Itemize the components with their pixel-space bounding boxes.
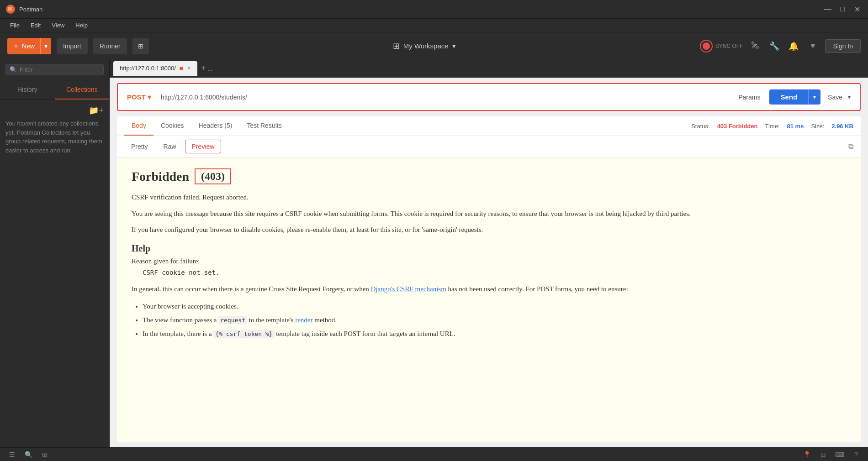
workspace-selector[interactable]: ⊞ My Workspace ▾ [154, 41, 694, 51]
minimize-button[interactable]: — [822, 4, 833, 15]
method-value: POST [127, 93, 146, 101]
new-button-group[interactable]: ＋ New ▾ [7, 38, 51, 54]
columns-icon-button[interactable]: ⊟ [817, 448, 830, 461]
sync-indicator [700, 40, 713, 52]
render-link[interactable]: render [295, 316, 312, 324]
tab-modified-indicator [180, 67, 183, 70]
response-tab-cookies[interactable]: Cookies [153, 116, 191, 136]
bullet-3: In the template, there is a {% csrf_toke… [143, 327, 846, 341]
toolbar-right: SYNC OFF 🛰 🔧 🔔 ♥ Sign In [700, 39, 861, 53]
sync-area: SYNC OFF [700, 40, 743, 52]
wrench-icon-button[interactable]: 🔧 [767, 39, 781, 53]
send-button[interactable]: Send [769, 89, 808, 105]
bullet-2-end: to the template's [247, 316, 295, 324]
chevron-down-icon: ▾ [44, 42, 48, 50]
view-tab-preview[interactable]: Preview [185, 140, 222, 153]
status-value: 403 Forbidden [717, 123, 758, 130]
help-status-button[interactable]: ? [850, 448, 863, 461]
tab-url-text: http://127.0.0.1:8000/ [120, 65, 176, 72]
general-text-area: In general, this can occur when there is… [132, 283, 846, 295]
sidebar-toggle-icon: ☰ [9, 451, 15, 458]
menu-file[interactable]: File [5, 21, 24, 30]
filter-input[interactable] [20, 66, 100, 73]
maximize-button[interactable]: □ [837, 4, 848, 15]
save-dropdown-button[interactable]: ▾ [846, 92, 852, 102]
import-button[interactable]: Import [57, 38, 88, 54]
close-button[interactable]: ✕ [852, 4, 863, 15]
url-input[interactable] [161, 94, 729, 101]
tab-collections[interactable]: Collections [55, 80, 110, 100]
tabs-row: http://127.0.0.1:8000/ ✕ + ... [110, 59, 868, 78]
django-csrf-link[interactable]: Django's CSRF mechanism [371, 285, 446, 293]
status-bar-right: 📍 ⊟ ⌨ ? [800, 448, 863, 461]
layout-icon: ⊞ [42, 451, 48, 458]
response-area: Body Cookies Headers (5) Test Results St… [117, 116, 861, 442]
bullet-3-text: In the template, there is a [143, 330, 213, 337]
copy-icon: ⧉ [848, 142, 853, 150]
response-body: Forbidden (403) CSRF verification failed… [117, 157, 861, 442]
response-tab-body[interactable]: Body [124, 116, 153, 136]
location-icon-button[interactable]: 📍 [800, 448, 813, 461]
status-label: Status: [691, 123, 709, 130]
view-tabs-row: Pretty Raw Preview ⧉ [117, 136, 861, 157]
bullet-3-end: template tag inside each POST form that … [275, 330, 455, 337]
new-collection-area: 📁+ [5, 105, 104, 115]
send-dropdown-button[interactable]: ▾ [808, 89, 820, 105]
workspace-label: My Workspace [403, 42, 449, 50]
save-button-group: Save ▾ [824, 92, 852, 103]
new-button-dropdown[interactable]: ▾ [40, 38, 51, 54]
save-button[interactable]: Save [824, 92, 846, 103]
params-button[interactable]: Params [733, 92, 766, 103]
csrf-failed-text: CSRF verification failed. Request aborte… [132, 192, 846, 204]
new-button-main[interactable]: ＋ New [7, 42, 40, 50]
response-tab-test-results[interactable]: Test Results [239, 116, 289, 136]
layout-button[interactable]: ⊞ [38, 448, 51, 461]
sidebar-search-area: 🔍 [0, 59, 109, 80]
tab-close-icon[interactable]: ✕ [187, 65, 191, 71]
sync-inner-dot [703, 42, 710, 50]
forbidden-title-area: Forbidden (403) [132, 168, 846, 184]
size-value: 2.96 KB [831, 123, 853, 130]
response-tab-headers[interactable]: Headers (5) [191, 116, 240, 136]
bullet-2: The view function passes a request to th… [143, 313, 846, 327]
method-selector[interactable]: POST ▾ [125, 91, 157, 103]
forbidden-title-text: Forbidden [132, 169, 189, 184]
empty-state-text: You haven't created any collections yet.… [5, 119, 104, 155]
view-tab-pretty[interactable]: Pretty [124, 140, 155, 153]
new-collection-button[interactable]: 📁+ [89, 105, 104, 115]
workspace-button[interactable]: ⊞ My Workspace ▾ [393, 41, 456, 51]
content-area: http://127.0.0.1:8000/ ✕ + ... POST ▾ Pa… [110, 59, 868, 447]
size-label: Size: [811, 123, 824, 130]
menu-view[interactable]: View [47, 21, 69, 30]
search-status-icon: 🔍 [25, 451, 32, 458]
menu-help[interactable]: Help [71, 21, 92, 30]
search-icon: 🔍 [10, 66, 17, 73]
signin-button[interactable]: Sign In [825, 39, 861, 53]
workspace-grid-icon: ⊞ [393, 41, 400, 51]
search-box[interactable]: 🔍 [5, 64, 104, 75]
help-title: Help [132, 243, 846, 254]
search-status-button[interactable]: 🔍 [22, 448, 35, 461]
more-tabs-button[interactable]: ... [207, 65, 213, 72]
satellite-icon-button[interactable]: 🛰 [748, 39, 762, 53]
add-tab-button[interactable]: + [201, 63, 206, 73]
copy-response-button[interactable]: ⧉ [848, 142, 853, 151]
forbidden-code: (403) [195, 168, 231, 184]
active-tab[interactable]: http://127.0.0.1:8000/ ✕ [113, 61, 197, 76]
new-tab-icon-button[interactable]: ⊞ [132, 38, 149, 54]
sidebar: 🔍 History Collections 📁+ You haven't cre… [0, 59, 110, 447]
view-tab-raw[interactable]: Raw [157, 140, 183, 153]
bullet-2-last: method. [313, 316, 337, 324]
title-bar-left: ✉ Postman [5, 4, 42, 14]
menu-edit[interactable]: Edit [26, 21, 45, 30]
heart-icon-button[interactable]: ♥ [806, 39, 820, 53]
tab-history[interactable]: History [0, 80, 55, 100]
sidebar-toggle-button[interactable]: ☰ [5, 448, 18, 461]
window-controls: — □ ✕ [822, 4, 863, 15]
runner-button[interactable]: Runner [93, 38, 127, 54]
bell-icon-button[interactable]: 🔔 [787, 39, 800, 53]
add-folder-icon: 📁+ [89, 106, 104, 115]
app-logo-icon: ✉ [5, 4, 16, 14]
reason-1-text: You are seeing this message because this… [132, 208, 846, 220]
keyboard-icon-button[interactable]: ⌨ [833, 448, 846, 461]
